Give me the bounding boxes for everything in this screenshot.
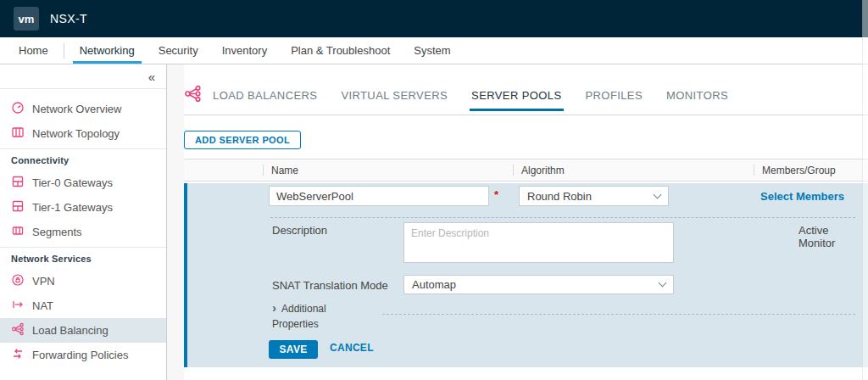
tab-virtual-servers[interactable]: VIRTUAL SERVERS [341, 89, 448, 102]
window-scrollbar[interactable] [862, 0, 868, 380]
nav-tab-home[interactable]: Home [7, 37, 60, 64]
main-panel: LOAD BALANCERS VIRTUAL SERVERS SERVER PO… [184, 64, 868, 380]
nav-tab-networking[interactable]: Networking [68, 37, 147, 64]
product-title: NSX-T [50, 12, 87, 25]
nav-tab-security-label: Security [159, 44, 198, 57]
vmware-logo-text: vm [19, 13, 35, 25]
save-button[interactable]: SAVE [269, 340, 318, 359]
sidebar-section-connectivity: Connectivity [0, 149, 166, 170]
forwarding-policies-icon [11, 347, 25, 363]
snat-selected-value: Automap [412, 278, 456, 291]
collapse-sidebar-icon[interactable]: « [148, 70, 155, 83]
additional-properties-label: Additional Properties [272, 303, 326, 330]
chevron-down-icon [654, 190, 662, 198]
snat-translation-mode-label: SNAT Translation Mode [272, 279, 388, 292]
sidebar-item-tier1-gateways[interactable]: Tier-1 Gateways [0, 195, 166, 220]
sidebar-item-label: Forwarding Policies [32, 349, 128, 361]
form-divider [270, 217, 855, 218]
sidebar-item-network-topology[interactable]: Network Topology [0, 121, 166, 146]
sidebar-item-label: VPN [32, 275, 55, 288]
chevron-down-icon [659, 279, 667, 288]
tab-load-balancers[interactable]: LOAD BALANCERS [213, 89, 317, 102]
sidebar-item-label: Tier-0 Gateways [32, 176, 113, 189]
sidebar-item-segments[interactable]: Segments [0, 220, 166, 244]
nav-tab-plan-troubleshoot[interactable]: Plan & Troubleshoot [279, 37, 402, 64]
form-divider [382, 314, 855, 315]
segments-icon [11, 224, 25, 240]
nat-icon [11, 298, 25, 314]
add-server-pool-button[interactable]: ADD SERVER POOL [184, 131, 301, 149]
sidebar-item-forwarding-policies[interactable]: Forwarding Policies [0, 343, 166, 367]
nav-tab-inventory[interactable]: Inventory [210, 37, 279, 64]
tab-profiles[interactable]: PROFILES [586, 89, 643, 102]
algorithm-selected-value: Round Robin [527, 190, 592, 203]
load-balancer-icon [184, 85, 202, 106]
nav-tab-plan-troubleshoot-label: Plan & Troubleshoot [291, 44, 390, 57]
sidebar-item-label: NAT [32, 299, 53, 312]
topology-map-icon [11, 126, 25, 142]
nav-tab-security[interactable]: Security [147, 37, 210, 64]
algorithm-select[interactable]: Round Robin [519, 186, 669, 206]
sidebar-list: Network Overview Network Topology Connec… [0, 89, 166, 367]
nsx-t-window: vm NSX-T Home Networking Security Invent… [0, 0, 868, 380]
pool-name-input[interactable] [269, 186, 489, 206]
tab-monitors[interactable]: MONITORS [666, 89, 728, 102]
sidebar-item-nat[interactable]: NAT [0, 293, 166, 318]
required-indicator: * [494, 188, 498, 201]
global-nav: Home Networking Security Inventory Plan … [0, 37, 868, 64]
description-label: Description [272, 224, 327, 237]
select-members-link[interactable]: Select Members [760, 190, 844, 203]
sidebar-item-label: Tier-1 Gateways [32, 201, 113, 214]
sidebar-header: « [0, 64, 166, 89]
nav-tab-networking-label: Networking [80, 44, 135, 57]
table-header-spacer-cell [184, 159, 263, 181]
top-bar: vm NSX-T [0, 0, 868, 37]
column-header-members-group[interactable]: Members/Group [754, 159, 868, 181]
sidebar-item-label: Network Overview [32, 103, 121, 115]
sidebar-item-tier0-gateways[interactable]: Tier-0 Gateways [0, 170, 166, 195]
server-pools-table-header: Name Algorithm Members/Group [184, 159, 868, 182]
nav-tab-inventory-label: Inventory [222, 44, 267, 57]
sidebar-gutter [167, 64, 184, 380]
cancel-button[interactable]: CANCEL [330, 342, 374, 354]
snat-mode-select[interactable]: Automap [403, 275, 674, 294]
sidebar-section-network-services: Network Services [0, 248, 166, 269]
sidebar-item-network-overview[interactable]: Network Overview [0, 97, 166, 121]
additional-properties-toggle[interactable]: ›Additional Properties [272, 300, 343, 332]
content-area: « Network Overview Network Topology Conn… [0, 64, 868, 380]
nav-tab-system[interactable]: System [402, 37, 462, 64]
sidebar-item-load-balancing[interactable]: Load Balancing [0, 318, 166, 343]
gauge-icon [11, 101, 25, 117]
chevron-right-icon: › [272, 300, 276, 315]
sidebar-item-label: Network Topology [32, 127, 120, 140]
tab-server-pools[interactable]: SERVER POOLS [471, 89, 561, 102]
sidebar: « Network Overview Network Topology Conn… [0, 64, 167, 380]
description-textarea[interactable] [403, 222, 674, 263]
sidebar-item-label: Load Balancing [32, 324, 108, 337]
nav-tab-system-label: System [414, 44, 450, 57]
load-balancing-icon [11, 322, 25, 338]
vmware-logo: vm [14, 7, 39, 31]
sidebar-item-label: Segments [32, 226, 82, 238]
lb-tabs-row: LOAD BALANCERS VIRTUAL SERVERS SERVER PO… [184, 85, 868, 115]
server-pool-edit-form: * Round Robin Select Members Description… [184, 183, 868, 367]
nav-tab-home-label: Home [19, 44, 48, 57]
column-header-algorithm[interactable]: Algorithm [513, 159, 754, 181]
sidebar-item-vpn[interactable]: VPN [0, 269, 166, 293]
tier1-gateway-icon [11, 199, 25, 215]
active-monitor-label: Active Monitor [798, 224, 868, 249]
tier0-gateway-icon [11, 175, 25, 191]
column-header-name[interactable]: Name [263, 159, 513, 181]
vpn-icon [11, 273, 25, 289]
nav-divider [64, 43, 64, 59]
